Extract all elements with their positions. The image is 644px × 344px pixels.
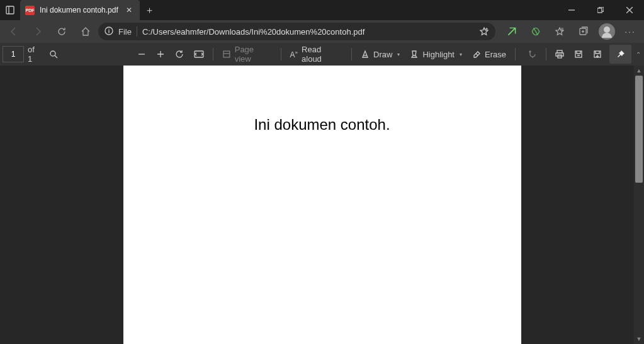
forward-button[interactable] — [26, 21, 49, 42]
save-button[interactable] — [569, 43, 588, 66]
title-bar: PDF Ini dokumen contoh.pdf ✕ ＋ — [0, 0, 644, 20]
tab-strip: PDF Ini dokumen contoh.pdf ✕ ＋ — [0, 0, 160, 20]
highlight-button[interactable]: Highlight ▾ — [405, 43, 467, 66]
scroll-thumb[interactable] — [635, 76, 643, 183]
collapse-toolbar-button[interactable]: ⌃ — [633, 51, 644, 58]
refresh-button[interactable] — [50, 21, 73, 42]
divider — [213, 48, 213, 60]
url-scheme: File — [118, 27, 132, 37]
chevron-down-icon[interactable]: ▾ — [460, 52, 462, 57]
divider — [351, 48, 352, 60]
browser-tab[interactable]: PDF Ini dokumen contoh.pdf ✕ — [20, 0, 140, 20]
page-total: of 1 — [28, 45, 40, 64]
favorites-icon[interactable] — [548, 21, 571, 42]
chevron-down-icon[interactable]: ▾ — [397, 52, 400, 57]
settings-menu-button[interactable]: ··· — [619, 21, 641, 42]
minimize-button[interactable] — [557, 0, 586, 20]
favorite-button[interactable] — [479, 26, 489, 37]
text-tool-button[interactable] — [523, 43, 542, 66]
new-tab-button[interactable]: ＋ — [140, 0, 160, 20]
highlight-label: Highlight — [422, 50, 455, 59]
close-window-button[interactable] — [615, 0, 644, 20]
scroll-track[interactable] — [634, 76, 644, 334]
zoom-out-button[interactable] — [132, 43, 151, 66]
svg-point-7 — [529, 51, 531, 52]
url-text: C:/Users/eahmfer/Downloads/Ini%20dokumen… — [142, 27, 364, 37]
find-button[interactable] — [44, 43, 63, 66]
profile-avatar[interactable] — [599, 23, 615, 40]
zoom-in-button[interactable] — [151, 43, 170, 66]
tab-title: Ini dokumen contoh.pdf — [40, 6, 118, 14]
svg-rect-0 — [6, 6, 14, 14]
document-heading: Ini dokumen contoh. — [123, 116, 521, 134]
divider — [281, 48, 281, 60]
collections-icon[interactable] — [572, 21, 595, 42]
back-button[interactable] — [3, 21, 25, 42]
print-button[interactable] — [550, 43, 569, 66]
erase-button[interactable]: Erase — [467, 43, 511, 66]
pdf-viewer: Ini dokumen contoh. ▲ ▼ — [0, 66, 644, 344]
site-info-icon[interactable] — [105, 26, 113, 37]
vertical-scrollbar[interactable]: ▲ ▼ — [634, 66, 644, 344]
extension-icon-2[interactable] — [524, 21, 547, 42]
save-as-button[interactable] — [588, 43, 607, 66]
maximize-button[interactable] — [586, 0, 615, 20]
divider — [546, 48, 546, 60]
toolbar-extensions — [500, 21, 595, 42]
draw-button[interactable]: Draw ▾ — [356, 43, 405, 66]
erase-label: Erase — [485, 50, 506, 59]
home-button[interactable] — [74, 21, 97, 42]
svg-point-4 — [50, 51, 55, 56]
rotate-button[interactable] — [170, 43, 189, 66]
pdf-toolbar: of 1 Page view A» Read aloud Draw ▾ High… — [0, 43, 644, 66]
address-bar-row: File C:/Users/eahmfer/Downloads/Ini%20do… — [0, 20, 644, 43]
window-controls — [557, 0, 644, 20]
close-tab-button[interactable]: ✕ — [123, 4, 135, 16]
svg-rect-1 — [597, 8, 602, 13]
pdf-page[interactable]: Ini dokumen contoh. — [123, 66, 521, 344]
svg-rect-6 — [223, 51, 230, 57]
scroll-up-button[interactable]: ▲ — [634, 66, 644, 76]
read-aloud-label: Read aloud — [302, 45, 342, 64]
page-view-label: Page view — [235, 45, 272, 64]
draw-label: Draw — [373, 50, 392, 59]
read-aloud-button[interactable]: A» Read aloud — [285, 43, 348, 66]
fit-page-button[interactable] — [189, 43, 209, 66]
divider — [515, 48, 516, 60]
divider — [137, 26, 137, 37]
url-bar[interactable]: File C:/Users/eahmfer/Downloads/Ini%20do… — [98, 23, 495, 40]
page-view-button[interactable]: Page view — [217, 43, 277, 66]
page-number-input[interactable] — [3, 46, 24, 62]
pin-toolbar-button[interactable] — [609, 45, 631, 64]
scroll-down-button[interactable]: ▼ — [634, 334, 644, 344]
pdf-file-icon: PDF — [25, 6, 35, 15]
tab-actions-icon[interactable] — [0, 0, 20, 20]
extension-icon[interactable] — [500, 21, 523, 42]
svg-rect-5 — [195, 51, 203, 57]
